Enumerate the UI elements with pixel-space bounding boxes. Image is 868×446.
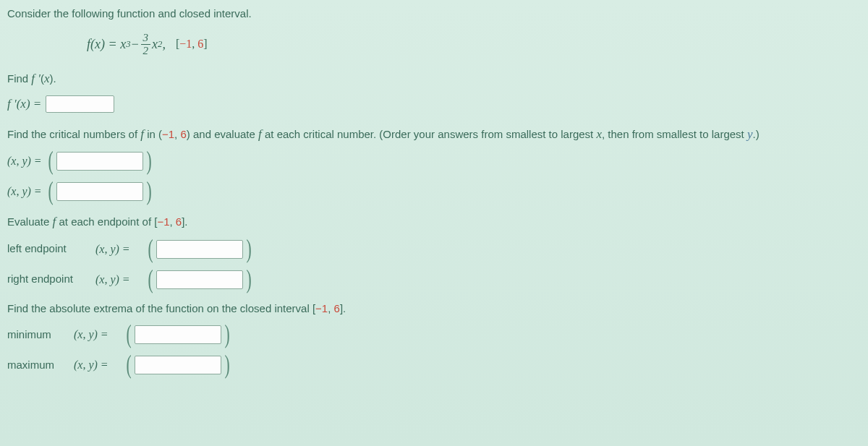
- critical-instruction: Find the critical numbers of f in (−1, 6…: [7, 125, 861, 144]
- maximum-row: maximum (x, y) = ( ): [7, 356, 861, 374]
- fprime-row: f ′(x) =: [7, 95, 861, 113]
- paren-open-icon: (: [126, 325, 131, 343]
- extrema-instruction: Find the absolute extrema of the functio…: [7, 301, 861, 317]
- intro-text: Consider the following function and clos…: [7, 6, 861, 22]
- left-endpoint-input[interactable]: [156, 240, 243, 259]
- paren-close-icon: ): [224, 325, 229, 343]
- paren-close-icon: ): [146, 152, 151, 170]
- minus-sign: −: [130, 35, 139, 54]
- fprime-eq-label: f ′(x) =: [7, 95, 41, 113]
- frac-den: 2: [141, 45, 151, 56]
- critical-input-2[interactable]: [56, 182, 143, 201]
- frac-num: 3: [141, 33, 151, 45]
- xy-label-right: (x, y) =: [95, 271, 130, 288]
- maximum-label: maximum: [7, 357, 58, 374]
- xy-label-max: (x, y) =: [74, 356, 109, 374]
- x-var: x: [152, 35, 158, 54]
- paren-close-icon: ): [246, 270, 251, 288]
- fprime-input[interactable]: [46, 95, 114, 113]
- paren-close-icon: ): [246, 240, 251, 258]
- xy-label-2: (x, y) =: [7, 183, 42, 200]
- evaluate-endpoints-text: Evaluate f at each endpoint of [−1, 6].: [7, 213, 861, 231]
- minimum-row: minimum (x, y) = ( ): [7, 325, 861, 344]
- find-fprime-label: Find f ′(x).: [7, 69, 861, 88]
- paren-open-icon: (: [126, 356, 131, 374]
- paren-close-icon: ): [224, 356, 229, 374]
- function-formula: f(x) = x3 − 32x2,: [87, 33, 166, 56]
- left-endpoint-label: left endpoint: [7, 241, 80, 257]
- critical-row-2: (x, y) = ( ): [7, 182, 861, 201]
- comma: ,: [162, 35, 166, 54]
- xy-label-min: (x, y) =: [74, 326, 109, 343]
- bracket-close: ]: [203, 38, 207, 50]
- maximum-input[interactable]: [135, 356, 221, 374]
- paren-open-icon: (: [148, 240, 153, 258]
- critical-input-1[interactable]: [56, 152, 143, 171]
- formula-block: f(x) = x3 − 32x2, [−1, 6]: [87, 33, 861, 56]
- fraction: 32: [141, 33, 151, 56]
- right-endpoint-label: right endpoint: [7, 271, 80, 288]
- fx-eq: f(x) = x: [87, 35, 126, 54]
- paren-open-icon: (: [48, 182, 53, 200]
- xy-label-1: (x, y) =: [7, 153, 42, 170]
- xy-label-left: (x, y) =: [95, 241, 130, 258]
- interval-a: −1: [179, 38, 192, 50]
- left-endpoint-row: left endpoint (x, y) = ( ): [7, 240, 861, 259]
- paren-open-icon: (: [148, 270, 153, 288]
- interval: [−1, 6]: [176, 35, 208, 53]
- paren-open-icon: (: [48, 152, 53, 170]
- minimum-input[interactable]: [135, 325, 221, 344]
- paren-close-icon: ): [146, 182, 151, 200]
- right-endpoint-row: right endpoint (x, y) = ( ): [7, 270, 861, 289]
- right-endpoint-input[interactable]: [156, 270, 243, 289]
- minimum-label: minimum: [7, 327, 58, 343]
- critical-row-1: (x, y) = ( ): [7, 152, 861, 171]
